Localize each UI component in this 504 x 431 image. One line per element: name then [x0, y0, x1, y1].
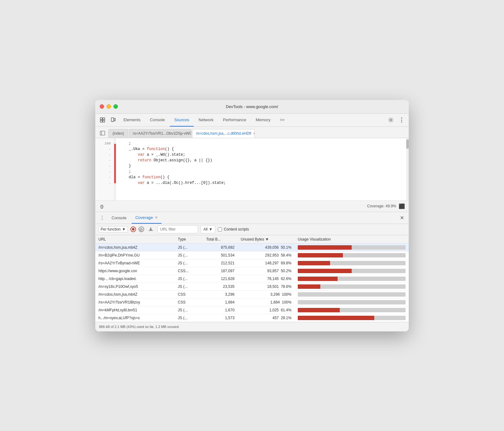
cell-total: 23,535 [203, 283, 238, 290]
cell-usage [295, 275, 409, 283]
cell-usage [295, 314, 409, 322]
close-tab-icon[interactable]: ✕ [253, 132, 255, 136]
device-toolbar-icon[interactable] [108, 115, 118, 125]
col-type[interactable]: Type [175, 235, 203, 244]
screenshot-icon[interactable]: ⬛ [399, 203, 405, 209]
content-scripts-toggle[interactable] [218, 227, 222, 231]
col-unused[interactable]: Unused Bytes ▼ [238, 235, 295, 244]
panel-more-icon[interactable]: ⋮ [98, 213, 107, 222]
scrollbar-vertical[interactable] [406, 138, 409, 200]
tab-memory[interactable]: Memory [251, 114, 275, 127]
cell-total: 1,573 [203, 314, 238, 322]
main-tabs: Elements Console Sources Network Perform… [119, 114, 385, 127]
cell-total: 501,534 [203, 251, 238, 259]
coverage-table-container: URL Type Total B... Unused Bytes ▼ Usage… [95, 235, 409, 322]
panel-close-button[interactable]: ✕ [397, 213, 406, 222]
download-button[interactable] [147, 225, 155, 233]
settings-icon[interactable] [386, 115, 396, 125]
table-row[interactable]: /rs=AA2YrTssrVR1lBtzoy CSS 1,684 1,684 1… [95, 298, 409, 306]
cell-total: 3,296 [203, 290, 238, 298]
tab-console[interactable]: Console [145, 114, 169, 127]
table-row[interactable]: /m=B2qlPe,DhPYme,GU JS (... 501,534 292,… [95, 251, 409, 259]
file-tab-m-cdos[interactable]: m=cdos,hsm,jsa,...c,dtl0hd,eHDfl ✕ [192, 129, 255, 138]
tab-sources[interactable]: Sources [170, 114, 194, 127]
table-row[interactable]: /m=kMFpHd,sy8l,bm51 JS (... 1,670 1,025 … [95, 306, 409, 314]
col-usage[interactable]: Usage Visualization [295, 235, 409, 244]
col-total[interactable]: Total B... [203, 235, 238, 244]
cell-unused: 439,056 50.1% [238, 243, 295, 251]
devtools-toolbar: Elements Console Sources Network Perform… [95, 114, 409, 127]
svg-rect-8 [100, 131, 105, 135]
close-coverage-tab-icon[interactable]: ✕ [155, 216, 158, 220]
cell-url: https://www.google.con [95, 267, 175, 275]
cell-type: JS (... [175, 243, 203, 251]
sidebar-toggle-icon[interactable] [98, 128, 107, 138]
cell-usage [295, 306, 409, 314]
svg-rect-0 [100, 118, 102, 120]
maximize-button[interactable] [113, 104, 118, 109]
cell-url: h.../m=syev,aLUfP?xjs=s [95, 314, 175, 322]
cell-url: /m=sy18x,P10Owf,syo5 [95, 283, 175, 290]
clear-icon: ⊘ [139, 227, 143, 232]
format-button[interactable]: {} [99, 203, 105, 209]
tab-elements[interactable]: Elements [119, 114, 145, 127]
per-function-label: Per function [101, 227, 121, 231]
cell-url: /m=cdos,hsm,jsa,mb4Z [95, 243, 175, 251]
table-row[interactable]: /m=sy18x,P10Owf,syo5 JS (... 23,535 18,5… [95, 283, 409, 290]
cell-type: CSS [175, 298, 203, 306]
cell-type: JS (... [175, 306, 203, 314]
tab-network[interactable]: Network [194, 114, 218, 127]
cell-total: 1,670 [203, 306, 238, 314]
cell-unused: 457 29.1% [238, 314, 295, 322]
title-bar: DevTools - www.google.com/ [95, 100, 409, 114]
svg-rect-5 [114, 118, 115, 121]
minimize-button[interactable] [107, 104, 111, 109]
panel-tabs-left: ⋮ Console Coverage ✕ [98, 212, 161, 224]
all-dropdown[interactable]: All ▼ [201, 225, 215, 233]
cell-type: JS (... [175, 259, 203, 267]
cell-unused: 18,501 78.6% [238, 283, 295, 290]
cell-type: JS (... [175, 251, 203, 259]
table-row[interactable]: h.../m=syev,aLUfP?xjs=s JS (... 1,573 45… [95, 314, 409, 322]
svg-rect-1 [103, 118, 105, 120]
file-tab-index[interactable]: (index) [108, 129, 128, 138]
more-options-icon[interactable]: ⋮ [397, 115, 406, 125]
table-row[interactable]: https://www.google.con CSS... 187,097 93… [95, 267, 409, 275]
url-filter-input[interactable] [157, 225, 198, 233]
tab-performance[interactable]: Performance [218, 114, 250, 127]
cell-total: 212,521 [203, 259, 238, 267]
cell-url: /rs=AA2YrTssrVR1lBtzoy [95, 298, 175, 306]
tab-more[interactable]: >> [276, 114, 289, 127]
tab-coverage-panel[interactable]: Coverage ✕ [132, 212, 161, 224]
file-tab-rs[interactable]: rs=AA2YrTssrVR1...Obv1DSp-vWG36A [129, 129, 192, 138]
svg-rect-3 [103, 120, 105, 122]
file-tabs: (index) rs=AA2YrTssrVR1...Obv1DSp-vWG36A… [95, 127, 409, 138]
cell-url: /m=kMFpHd,sy8l,bm51 [95, 306, 175, 314]
code-content: ; _.Uka = function() { var a = _.Wd().st… [116, 138, 406, 200]
cell-url: /m=cdos,hsm,jsa,mb4Z [95, 290, 175, 298]
record-button[interactable] [130, 226, 136, 232]
tab-console-panel[interactable]: Console [108, 212, 130, 224]
table-row[interactable]: /m=cdos,hsm,jsa,mb4Z CSS 3,296 3,296 100… [95, 290, 409, 298]
table-row[interactable]: /rs=AA2YrTvBynad-nWE JS (... 212,521 148… [95, 259, 409, 267]
status-text: 886 kB of 2.1 MB (43%) used so far, 1.2 … [99, 325, 180, 329]
cell-type: JS (... [175, 275, 203, 283]
cell-url: /m=B2qlPe,DhPYme,GU [95, 251, 175, 259]
cell-unused: 3,296 100% [238, 290, 295, 298]
col-url[interactable]: URL [95, 235, 175, 244]
clear-button[interactable]: ⊘ [139, 226, 144, 232]
inspect-icon[interactable] [98, 115, 107, 125]
close-button[interactable] [100, 104, 104, 109]
table-row[interactable]: /m=cdos,hsm,jsa,mb4Z JS (... 875,692 439… [95, 243, 409, 251]
svg-point-7 [390, 119, 392, 121]
coverage-indicator [114, 138, 116, 200]
traffic-lights [100, 104, 118, 109]
cell-type: JS (... [175, 314, 203, 322]
content-scripts-checkbox: Content scripts [218, 227, 249, 231]
svg-point-6 [112, 121, 113, 122]
toolbar-right: ⋮ [386, 115, 406, 125]
cell-usage [295, 267, 409, 275]
table-row[interactable]: http... /cb=gapi.loaded. JS (... 121,628… [95, 275, 409, 283]
per-function-dropdown[interactable]: Per function ▼ [98, 226, 128, 232]
cell-unused: 1,025 61.4% [238, 306, 295, 314]
